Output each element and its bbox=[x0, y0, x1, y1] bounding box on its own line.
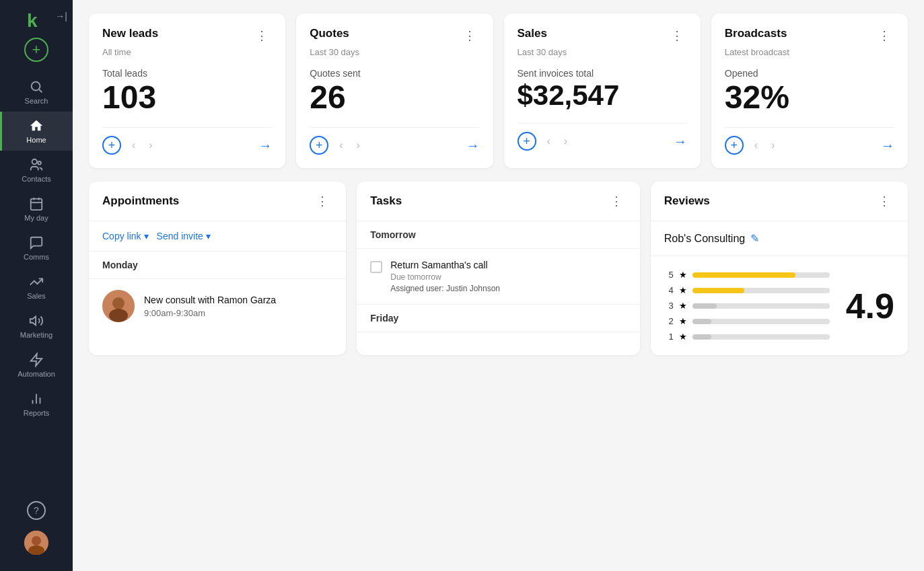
add-quote-btn[interactable]: + bbox=[310, 136, 328, 155]
stat-card-menu-leads[interactable]: ⋮ bbox=[252, 27, 272, 44]
stat-card-label-sales: Sent invoices total bbox=[518, 68, 687, 79]
sidebar-item-search[interactable]: Search bbox=[0, 73, 73, 112]
sidebar-item-comms[interactable]: Comms bbox=[0, 229, 73, 268]
sidebar-item-marketing[interactable]: Marketing bbox=[0, 307, 73, 346]
star-bar-bg-3 bbox=[692, 303, 830, 309]
add-sale-btn[interactable]: + bbox=[518, 132, 536, 151]
prev-arrow-sales[interactable]: ‹ bbox=[544, 134, 553, 149]
copy-link-btn[interactable]: Copy link ▾ bbox=[102, 231, 149, 241]
appointment-day-label: Monday bbox=[89, 252, 346, 279]
next-arrow-quotes[interactable]: › bbox=[354, 138, 363, 153]
reviews-title: Reviews bbox=[664, 194, 710, 208]
user-avatar[interactable] bbox=[24, 531, 48, 555]
send-invite-chevron-icon: ▾ bbox=[206, 231, 211, 241]
sidebar-item-automation[interactable]: Automation bbox=[0, 346, 73, 385]
stat-card-menu-broadcasts[interactable]: ⋮ bbox=[874, 27, 894, 44]
task-info-0: Return Samantha's call Due tomorrow Assi… bbox=[390, 260, 626, 293]
main-content: New leads ⋮ All time Total leads 103 + ‹… bbox=[73, 0, 924, 571]
sidebar-item-my-day[interactable]: My day bbox=[0, 190, 73, 229]
next-arrow-sales[interactable]: › bbox=[561, 134, 570, 149]
sidebar-label-contacts: Contacts bbox=[22, 175, 50, 183]
next-arrow-broadcasts[interactable]: › bbox=[769, 138, 777, 153]
goto-leads-btn[interactable]: → bbox=[258, 138, 272, 153]
star-bar-bg-2 bbox=[692, 319, 830, 324]
stat-card-menu-quotes[interactable]: ⋮ bbox=[460, 27, 480, 44]
task-section-tomorrow: Tomorrow bbox=[357, 221, 639, 249]
stat-cards-row: New leads ⋮ All time Total leads 103 + ‹… bbox=[89, 13, 908, 168]
appointments-title: Appointments bbox=[102, 194, 179, 208]
stat-card-title-quotes: Quotes bbox=[310, 27, 349, 40]
stat-card-menu-sales[interactable]: ⋮ bbox=[667, 27, 687, 44]
stat-card-title-sales: Sales bbox=[518, 27, 547, 40]
reviews-business-name: Rob's Consulting bbox=[664, 233, 745, 245]
add-broadcast-btn[interactable]: + bbox=[725, 136, 744, 155]
svg-marker-9 bbox=[30, 317, 36, 326]
goto-sales-btn[interactable]: → bbox=[674, 134, 687, 149]
stat-card-value-quotes: 26 bbox=[310, 81, 479, 114]
sidebar-label-search: Search bbox=[25, 97, 48, 105]
task-due-0: Due tomorrow bbox=[390, 272, 626, 282]
appointment-avatar bbox=[102, 290, 135, 322]
sidebar-item-contacts[interactable]: Contacts bbox=[0, 151, 73, 190]
prev-arrow-leads[interactable]: ‹ bbox=[129, 138, 138, 153]
reviews-menu-btn[interactable]: ⋮ bbox=[874, 192, 894, 210]
sidebar-item-reports[interactable]: Reports bbox=[0, 385, 73, 424]
reviews-body: 5 ★ 4 ★ bbox=[651, 256, 908, 355]
reviews-widget: Reviews ⋮ Rob's Consulting ✎ 5 ★ bbox=[651, 182, 908, 355]
sidebar-item-sales[interactable]: Sales bbox=[0, 268, 73, 307]
stat-card-value-leads: 103 bbox=[102, 81, 272, 114]
stat-card-broadcasts: Broadcasts ⋮ Latest broadcast Opened 32%… bbox=[711, 13, 908, 168]
star-bar-bg-1 bbox=[692, 334, 830, 340]
star-bar-fill-2 bbox=[692, 319, 712, 324]
bottom-cards-row: Appointments ⋮ Copy link ▾ Send invite ▾… bbox=[89, 182, 908, 355]
sidebar-collapse-btn[interactable]: →| bbox=[55, 11, 67, 22]
svg-marker-10 bbox=[31, 354, 42, 366]
sidebar-label-home: Home bbox=[26, 136, 46, 144]
goto-quotes-btn[interactable]: → bbox=[466, 138, 480, 153]
star-row-2: 2 ★ bbox=[664, 316, 830, 326]
goto-broadcasts-btn[interactable]: → bbox=[881, 138, 894, 153]
reviews-edit-icon[interactable]: ✎ bbox=[750, 232, 759, 245]
stat-card-title-broadcasts: Broadcasts bbox=[725, 27, 787, 40]
add-button[interactable]: + bbox=[24, 38, 48, 62]
prev-arrow-broadcasts[interactable]: ‹ bbox=[752, 138, 760, 153]
copy-link-chevron-icon: ▾ bbox=[144, 231, 149, 241]
sidebar-bottom: ? bbox=[24, 501, 48, 563]
sidebar-label-my-day: My day bbox=[24, 214, 48, 222]
task-checkbox-0[interactable] bbox=[370, 261, 382, 273]
svg-point-1 bbox=[32, 82, 40, 91]
star-row-5: 5 ★ bbox=[664, 270, 830, 280]
sidebar-item-home[interactable]: Home bbox=[0, 112, 73, 151]
star-num-2: 2 bbox=[664, 316, 674, 326]
task-name-0: Return Samantha's call bbox=[390, 260, 626, 270]
stat-card-period-leads: All time bbox=[102, 47, 272, 57]
tasks-menu-btn[interactable]: ⋮ bbox=[606, 192, 627, 210]
send-invite-btn[interactable]: Send invite ▾ bbox=[157, 231, 211, 241]
appointments-menu-btn[interactable]: ⋮ bbox=[312, 192, 332, 210]
star-num-4: 4 bbox=[664, 285, 674, 295]
next-arrow-leads[interactable]: › bbox=[146, 138, 155, 153]
star-row-4: 4 ★ bbox=[664, 285, 830, 295]
star-bar-fill-1 bbox=[692, 334, 712, 340]
sidebar-label-reports: Reports bbox=[24, 409, 50, 417]
star-bar-bg-5 bbox=[692, 272, 830, 278]
tasks-widget: Tasks ⋮ Tomorrow Return Samantha's call … bbox=[357, 182, 639, 355]
appointments-widget: Appointments ⋮ Copy link ▾ Send invite ▾… bbox=[89, 182, 346, 355]
app-logo: k bbox=[24, 8, 48, 32]
star-bar-fill-3 bbox=[692, 303, 717, 309]
help-button[interactable]: ? bbox=[27, 501, 46, 520]
star-icon-4: ★ bbox=[679, 285, 687, 295]
appointment-info: New consult with Ramon Garza 9:00am-9:30… bbox=[144, 295, 332, 318]
stat-card-value-broadcasts: 32% bbox=[725, 81, 894, 114]
appointment-name: New consult with Ramon Garza bbox=[144, 295, 332, 305]
add-lead-btn[interactable]: + bbox=[102, 136, 121, 155]
appointment-item[interactable]: New consult with Ramon Garza 9:00am-9:30… bbox=[89, 279, 346, 333]
star-num-3: 3 bbox=[664, 301, 674, 311]
stat-card-period-quotes: Last 30 days bbox=[310, 47, 479, 57]
svg-point-3 bbox=[32, 159, 37, 164]
prev-arrow-quotes[interactable]: ‹ bbox=[336, 138, 345, 153]
star-bars: 5 ★ 4 ★ bbox=[664, 270, 830, 342]
svg-point-19 bbox=[109, 309, 128, 322]
svg-text:k: k bbox=[27, 10, 38, 31]
star-icon-2: ★ bbox=[679, 316, 687, 326]
